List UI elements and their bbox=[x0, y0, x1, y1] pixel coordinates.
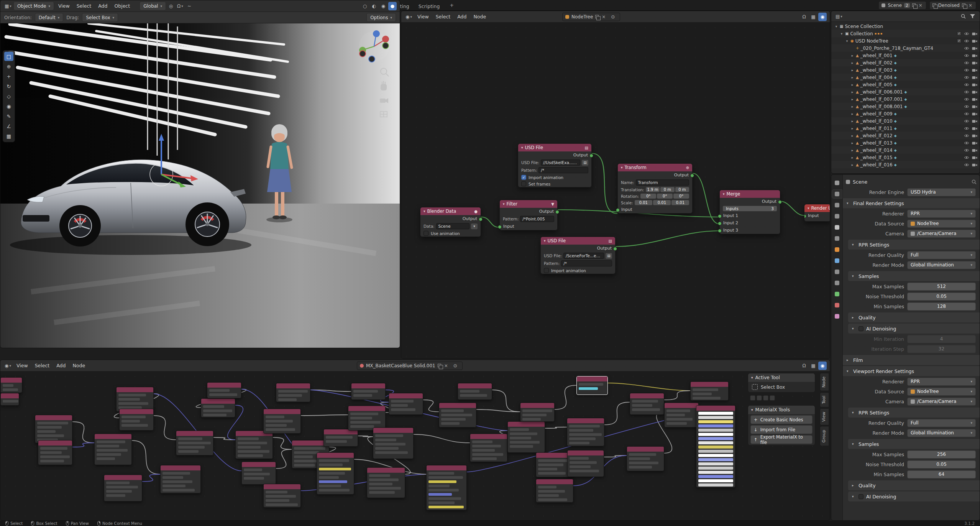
input-socket[interactable]: Input bbox=[500, 223, 557, 230]
editor-type-icon[interactable]: ◉▾ bbox=[3, 362, 12, 370]
hide-render-icon[interactable] bbox=[972, 76, 977, 79]
expand-icon[interactable]: ▸ bbox=[850, 90, 854, 94]
properties-tab-modifiers-icon[interactable] bbox=[832, 256, 842, 265]
viewport-menu-item[interactable]: Object bbox=[111, 2, 133, 10]
add-workspace-button[interactable]: + bbox=[445, 1, 458, 10]
snap-magnet-icon[interactable]: Ω bbox=[800, 13, 808, 21]
expand-icon[interactable]: ▸ bbox=[850, 156, 854, 159]
hide-render-icon[interactable] bbox=[972, 134, 977, 138]
overlays-icon[interactable]: ▦ bbox=[809, 362, 817, 370]
section-quality[interactable]: ▸Quality bbox=[848, 312, 980, 322]
input-socket-1[interactable]: Input 1 bbox=[720, 212, 780, 219]
shader-node[interactable] bbox=[520, 403, 555, 422]
materialx-button[interactable]: + Create Basic Nodes bbox=[750, 415, 813, 424]
usd-node-graph[interactable]: ▾USD File▤ Output USD File://UsdSkelExa.… bbox=[401, 23, 830, 358]
hide-render-icon[interactable] bbox=[972, 112, 977, 116]
shader-node[interactable] bbox=[389, 393, 423, 415]
outliner-row[interactable]: ▸▲_wheel_lf_004◆ bbox=[831, 74, 980, 81]
tool-cursor[interactable]: ⊕ bbox=[4, 62, 13, 71]
hide-viewport-icon[interactable] bbox=[964, 163, 969, 167]
translation-x[interactable]: 1.9 m bbox=[646, 187, 660, 192]
shader-node[interactable] bbox=[426, 465, 467, 510]
expand-icon[interactable]: ▸ bbox=[850, 83, 854, 87]
expand-icon[interactable]: ▾ bbox=[840, 32, 844, 36]
outliner-item-label[interactable]: _wheel_lf_012 bbox=[860, 133, 893, 138]
section-samples[interactable]: ▾Samples bbox=[848, 439, 980, 449]
dropdown-camera[interactable]: /Camera/Camera▾ bbox=[907, 398, 976, 406]
tool-select-box[interactable]: □ bbox=[4, 52, 13, 61]
shader-node[interactable] bbox=[263, 484, 301, 508]
outliner-item-label[interactable]: _wheel_lf_015 bbox=[860, 155, 893, 160]
snap-magnet-icon[interactable]: Ω▾ bbox=[176, 2, 184, 10]
materialx-button[interactable]: ↓ Import from File bbox=[750, 425, 813, 434]
editor-type-icon[interactable]: ▦▾ bbox=[3, 2, 13, 10]
selectability-checkbox[interactable]: ✓ bbox=[957, 31, 961, 36]
unlink-nodetree-icon[interactable]: × bbox=[601, 14, 606, 20]
scale-x[interactable]: 0.01 bbox=[635, 200, 652, 205]
hide-viewport-icon[interactable] bbox=[964, 148, 969, 152]
hide-render-icon[interactable] bbox=[972, 163, 977, 167]
shading-rendered-icon[interactable]: ● bbox=[388, 2, 397, 10]
hide-viewport-icon[interactable] bbox=[964, 97, 969, 101]
tool-rotate[interactable]: ↻ bbox=[4, 82, 13, 91]
rotation-z[interactable]: 0° bbox=[673, 194, 689, 199]
drag-dropdown[interactable]: Select Box▾ bbox=[82, 13, 118, 22]
section-rpr-settings[interactable]: ▾RPR Settings bbox=[848, 408, 980, 418]
tool-add-cube[interactable]: ▦ bbox=[4, 132, 13, 141]
tool-measure[interactable]: ∠ bbox=[4, 122, 13, 131]
sidebar-tab[interactable]: View bbox=[820, 408, 829, 425]
hide-viewport-icon[interactable] bbox=[964, 61, 969, 65]
outliner-row[interactable]: +_020_Porche_718_Cayman_GT4 bbox=[831, 44, 980, 52]
node-transform[interactable]: ▾Transform⊕ Output Name:Transform Transl… bbox=[617, 163, 693, 214]
properties-tab-physics-icon[interactable] bbox=[832, 268, 842, 276]
shader-node[interactable] bbox=[507, 421, 545, 453]
shader-node[interactable] bbox=[696, 405, 735, 488]
properties-tab-texture-icon[interactable] bbox=[832, 312, 842, 321]
outliner-row[interactable]: ▸▲_wheel_lf_012◆ bbox=[831, 132, 980, 139]
rotation-y[interactable]: 0° bbox=[657, 194, 673, 199]
scale-y[interactable]: 0.01 bbox=[653, 200, 671, 205]
outliner-row[interactable]: ▾▣Collection▪▪▪✓ bbox=[831, 30, 980, 37]
field-iteration-step[interactable]: 32 bbox=[907, 345, 976, 353]
shader-node[interactable] bbox=[323, 429, 358, 447]
node-header[interactable]: ▾Render USD bbox=[804, 204, 830, 212]
shader-node[interactable] bbox=[119, 409, 154, 431]
dropdown-renderer[interactable]: RPR▾ bbox=[907, 210, 976, 218]
tool-transform[interactable]: ◉ bbox=[4, 102, 13, 111]
properties-tab-tool-icon[interactable] bbox=[832, 179, 842, 187]
properties-tab-scene-icon[interactable] bbox=[832, 223, 842, 232]
node-header[interactable]: ▾USD File▤ bbox=[541, 237, 615, 245]
shading-material-icon[interactable]: ◉ bbox=[379, 2, 387, 10]
expand-icon[interactable]: ▸ bbox=[850, 61, 854, 65]
use-animation-checkbox[interactable] bbox=[424, 231, 428, 236]
pattern-field[interactable]: /* bbox=[538, 167, 588, 173]
shader-node[interactable] bbox=[241, 462, 276, 485]
properties-tab-output-icon[interactable] bbox=[832, 201, 842, 209]
node-usd-file-1[interactable]: ▾USD File▤ Output USD File://UsdSkelExa.… bbox=[518, 143, 592, 187]
checkbox-ai-denoising[interactable] bbox=[859, 494, 863, 499]
shader-node[interactable] bbox=[104, 475, 142, 501]
outliner-row[interactable]: ▸▲_wheel_lf_014◆ bbox=[831, 146, 980, 154]
import-animation-checkbox[interactable] bbox=[544, 268, 549, 273]
dropdown-render-mode[interactable]: Global Illumination▾ bbox=[907, 261, 976, 269]
editor-type-icon[interactable]: ◉▾ bbox=[404, 13, 413, 21]
hide-render-icon[interactable] bbox=[972, 39, 977, 43]
active-tool-name[interactable]: Select Box bbox=[761, 385, 785, 390]
outliner-item-label[interactable]: _wheel_lf_002 bbox=[860, 60, 893, 66]
hide-render-icon[interactable] bbox=[972, 148, 977, 152]
outliner-row[interactable]: ▸▲_wheel_lf_010◆ bbox=[831, 117, 980, 125]
field-min-iteration[interactable]: 4 bbox=[907, 335, 976, 343]
node-header[interactable]: ▾USD File▤ bbox=[518, 144, 591, 151]
tool-move[interactable]: + bbox=[4, 72, 13, 81]
input-socket[interactable]: Input bbox=[618, 206, 692, 213]
output-socket[interactable]: Output bbox=[420, 215, 481, 222]
field-max-samples[interactable]: 512 bbox=[907, 283, 976, 291]
shader-node[interactable] bbox=[439, 403, 476, 427]
shader-node-graph[interactable]: ▾Active Tool Select Box ▾MaterialX Tools… bbox=[0, 371, 830, 520]
hide-viewport-icon[interactable] bbox=[964, 134, 969, 138]
properties-tab-material-icon[interactable] bbox=[832, 301, 842, 309]
hide-render-icon[interactable] bbox=[972, 97, 977, 101]
shader-node[interactable] bbox=[536, 479, 573, 503]
render-preview-toggle-icon[interactable]: ◉ bbox=[818, 13, 827, 21]
import-animation-checkbox[interactable]: ✓ bbox=[521, 175, 526, 180]
